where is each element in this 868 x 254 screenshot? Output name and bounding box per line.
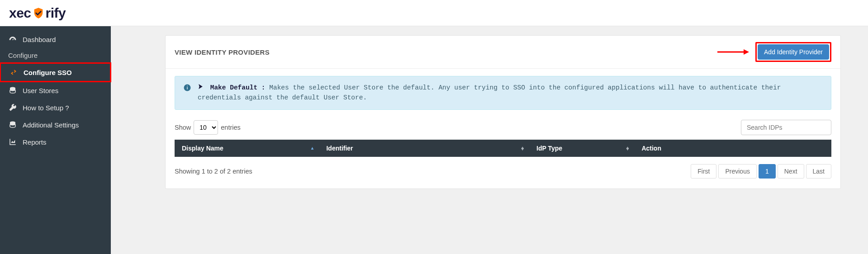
info-icon [183,84,191,92]
page-next-button[interactable]: Next [778,164,804,179]
sidebar-item-label: Configure SSO [24,69,72,76]
sidebar-item-reports[interactable]: Reports [0,133,111,151]
brand-part2: rify [46,5,66,21]
sort-icon: ▲ [310,147,315,149]
svg-rect-6 [187,86,188,87]
brand-logo: xec rify [9,5,66,21]
topbar: xec rify [0,0,868,26]
page-number-button[interactable]: 1 [759,164,776,179]
page-previous-button[interactable]: Previous [718,164,756,179]
panel-header: VIEW IDENTITY PROVIDERS Add Identity Pro… [166,36,840,69]
brand-part1: xec [9,5,31,21]
show-suffix: entries [221,124,241,131]
sidebar: Dashboard Configure Configure SSO User S… [0,26,111,254]
panel-title: VIEW IDENTITY PROVIDERS [175,48,270,56]
table-info-text: Showing 1 to 2 of 2 entries [175,168,252,175]
search-control [741,120,831,135]
info-body: Makes the selected User Store the defaul… [198,84,781,101]
table-controls: Show 10 entries [175,120,831,135]
chart-icon [8,138,17,146]
page-last-button[interactable]: Last [806,164,831,179]
sidebar-item-label: Dashboard [23,36,56,43]
wrench-icon [8,103,17,112]
sidebar-item-label: User Stores [23,87,58,94]
sidebar-item-dashboard[interactable]: Dashboard [0,31,111,48]
show-prefix: Show [175,124,191,131]
swap-icon [9,68,18,76]
idp-table: Display Name ▲ Identifier ▲▼ IdP Type ▲▼ [175,140,831,157]
sidebar-item-label: Configure [8,52,38,59]
sort-icon: ▲▼ [520,146,525,150]
svg-marker-3 [744,49,749,55]
sidebar-item-how-to-setup[interactable]: How to Setup ? [0,99,111,116]
sidebar-subheader-configure: Configure [0,48,111,63]
pagination: First Previous 1 Next Last [691,164,831,179]
sort-icon: ▲▼ [625,146,630,150]
svg-rect-5 [187,87,188,89]
sidebar-item-label: Additional Settings [23,121,79,129]
arrow-annotation [717,48,749,56]
length-control: Show 10 entries [175,120,241,135]
pointer-icon [198,84,208,91]
table-footer: Showing 1 to 2 of 2 entries First Previo… [175,164,831,179]
database-icon [8,121,17,129]
highlight-box: Add Identity Provider [755,42,831,62]
add-identity-provider-button[interactable]: Add Identity Provider [758,44,829,60]
database-icon [8,86,17,94]
sidebar-item-label: How to Setup ? [23,104,69,112]
col-identifier[interactable]: Identifier ▲▼ [319,140,529,157]
info-lead: Make Default : [210,84,266,91]
sidebar-item-user-stores[interactable]: User Stores [0,82,111,99]
page-size-select[interactable]: 10 [194,120,218,135]
sidebar-item-label: Reports [23,138,47,146]
page-first-button[interactable]: First [691,164,716,179]
col-action: Action [634,140,831,157]
col-idp-type[interactable]: IdP Type ▲▼ [529,140,634,157]
sidebar-item-configure-sso[interactable]: Configure SSO [0,62,111,82]
info-box-make-default: Make Default : Makes the selected User S… [175,76,831,110]
gauge-icon [8,35,17,43]
sidebar-item-additional-settings[interactable]: Additional Settings [0,116,111,133]
search-input[interactable] [741,120,831,135]
panel-view-idps: VIEW IDENTITY PROVIDERS Add Identity Pro… [165,35,841,189]
col-display-name[interactable]: Display Name ▲ [175,140,319,157]
main-content: VIEW IDENTITY PROVIDERS Add Identity Pro… [111,26,868,254]
shield-icon [32,7,45,19]
info-text: Make Default : Makes the selected User S… [198,83,823,103]
